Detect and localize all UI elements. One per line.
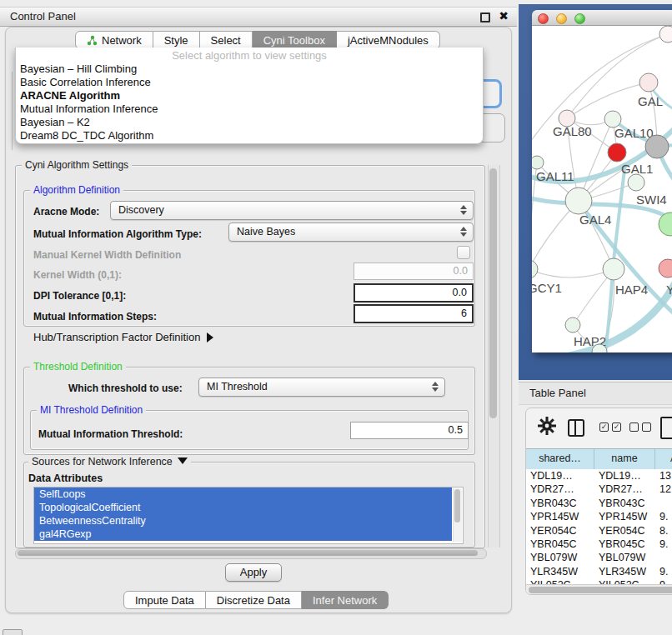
data-attributes-list[interactable]: SelfLoops TopologicalCoefficient Between…: [33, 487, 464, 544]
float-window-icon[interactable]: [480, 12, 490, 22]
zoom-traffic-light-icon[interactable]: [574, 13, 585, 24]
tab-network[interactable]: Network: [75, 31, 153, 49]
mi-threshold-input[interactable]: 0.5: [350, 422, 469, 439]
table-cell[interactable]: 12: [655, 482, 672, 496]
network-node-gal11[interactable]: [532, 156, 544, 169]
table-cell[interactable]: YER054C: [526, 524, 594, 538]
deselect-all-checkboxes-icon[interactable]: [629, 422, 651, 432]
algorithm-option[interactable]: Mutual Information Inference: [16, 102, 483, 116]
network-node-y[interactable]: [659, 259, 672, 278]
network-node-gal[interactable]: [639, 73, 658, 92]
network-edge[interactable]: [532, 269, 614, 278]
attribute-item-selected[interactable]: TopologicalCoefficient: [34, 501, 452, 514]
close-icon[interactable]: ✖: [499, 9, 509, 22]
network-node-hap2[interactable]: [565, 318, 580, 332]
v-scroll-thumb[interactable]: [489, 168, 497, 418]
attributes-scrollbar[interactable]: [453, 488, 462, 542]
algorithm-option[interactable]: Bayesian – Hill Climbing: [16, 62, 483, 76]
apply-button[interactable]: Apply: [225, 563, 282, 582]
table-cell[interactable]: YBR043C: [594, 497, 655, 510]
table-row[interactable]: YDR27…YDR27…12: [526, 482, 672, 496]
network-node-gcy1[interactable]: [532, 260, 538, 278]
tab-discretize-data[interactable]: Discretize Data: [206, 591, 302, 609]
table-row[interactable]: YPR145WYPR145W9.: [526, 510, 672, 523]
network-node-gal10[interactable]: [604, 111, 621, 128]
column-header-name[interactable]: name: [594, 449, 655, 469]
tab-select[interactable]: Select: [200, 31, 253, 49]
table-cell[interactable]: YPR145W: [526, 510, 594, 523]
columns-icon[interactable]: [568, 419, 584, 437]
table-horizontal-scrollbar[interactable]: [526, 584, 672, 595]
gear-icon[interactable]: [538, 417, 556, 435]
tab-infer-network[interactable]: Infer Network: [302, 591, 389, 609]
network-node-swi4[interactable]: [628, 174, 644, 191]
column-header-partial[interactable]: A: [655, 449, 672, 469]
h-scroll-thumb[interactable]: [18, 550, 478, 556]
mi-type-select[interactable]: Naive Bayes: [228, 222, 474, 242]
dpi-tolerance-input[interactable]: 0.0: [354, 283, 474, 302]
select-all-checkboxes-icon[interactable]: ✓✓: [599, 422, 621, 432]
mi-steps-input[interactable]: 6: [354, 304, 474, 323]
table-cell[interactable]: YBL079W: [526, 551, 594, 564]
tab-cyni-toolbox[interactable]: Cyni Toolbox: [253, 31, 337, 49]
settings-horizontal-scrollbar[interactable]: [15, 548, 487, 559]
table-cell[interactable]: YBR045C: [526, 538, 594, 551]
table-row[interactable]: YER054CYER054C8.: [526, 524, 672, 538]
table-cell[interactable]: YBR043C: [526, 497, 594, 510]
table-cell[interactable]: 8.: [655, 524, 672, 538]
attribute-item-selected[interactable]: SelfLoops: [34, 488, 452, 501]
table-cell[interactable]: 13: [655, 469, 672, 482]
manual-kernel-checkbox[interactable]: [457, 246, 470, 259]
table-cell[interactable]: 9.: [655, 538, 672, 551]
table-cell[interactable]: 9.: [655, 510, 672, 523]
aracne-mode-select[interactable]: Discovery: [110, 201, 474, 220]
table-cell[interactable]: YDR27…: [594, 482, 655, 496]
table-cell[interactable]: YLR345W: [526, 565, 594, 578]
network-node-gal1[interactable]: [608, 143, 626, 162]
table-row[interactable]: YBR045CYBR045C9.: [526, 538, 672, 551]
table-row[interactable]: YDL19…YDL19…13: [526, 469, 672, 482]
algorithm-option[interactable]: Bayesian – K2: [16, 116, 483, 129]
algorithm-option[interactable]: Basic Correlation Inference: [16, 76, 483, 89]
algorithm-option[interactable]: Dream8 DC_TDC Algorithm: [16, 129, 483, 142]
close-traffic-light-icon[interactable]: [538, 13, 549, 24]
table-row[interactable]: YBR043CYBR043C: [526, 497, 672, 510]
table-cell[interactable]: [655, 497, 672, 510]
table-cell[interactable]: YDL19…: [594, 469, 655, 482]
table-cell[interactable]: YBR045C: [594, 538, 655, 551]
table-cell[interactable]: YER054C: [594, 524, 655, 538]
table-cell[interactable]: YDR27…: [526, 482, 594, 496]
sources-group-title[interactable]: Sources for Network Inference: [28, 456, 191, 468]
new-table-icon[interactable]: [660, 417, 672, 439]
table-h-scroll-thumb[interactable]: [529, 587, 672, 593]
network-view-canvas[interactable]: GALGAL80GAL10GAL1GAL11SWI4GAL4GCY1HAP4YH…: [532, 26, 672, 352]
column-header-shared-name[interactable]: shared…: [526, 449, 594, 469]
table-cell[interactable]: YBL079W: [594, 551, 655, 564]
table-row[interactable]: YLR345WYLR345W9.: [526, 565, 672, 578]
table-cell[interactable]: YPR145W: [594, 510, 655, 523]
table-cell[interactable]: YLR345W: [594, 565, 655, 578]
network-node[interactable]: [659, 212, 672, 236]
kernel-width-input[interactable]: 0.0: [354, 262, 474, 280]
which-threshold-select[interactable]: MI Threshold: [198, 378, 445, 397]
network-node-gal4[interactable]: [565, 188, 592, 214]
tab-impute-data[interactable]: Impute Data: [123, 591, 206, 609]
tab-jactivemnodules[interactable]: jActiveMNodules: [337, 31, 440, 49]
network-node[interactable]: [659, 26, 672, 42]
network-tab-icon: [87, 35, 98, 46]
hub-definition-toggle[interactable]: Hub/Transcription Factor Definition: [33, 331, 213, 343]
table-cell[interactable]: [655, 551, 672, 564]
minimized-panel-icon[interactable]: [3, 629, 23, 635]
tab-style[interactable]: Style: [153, 31, 200, 49]
minimize-traffic-light-icon[interactable]: [556, 13, 567, 24]
table-cell[interactable]: 9.: [655, 565, 672, 578]
network-node-hap4[interactable]: [603, 258, 624, 280]
attribute-item-selected[interactable]: BetweennessCentrality: [34, 514, 452, 528]
table-row[interactable]: YBL079WYBL079W: [526, 551, 672, 564]
network-window-titlebar[interactable]: [532, 10, 672, 26]
attribute-item-selected[interactable]: gal4RGexp: [34, 528, 452, 541]
settings-vertical-scrollbar[interactable]: [488, 165, 500, 548]
network-node[interactable]: [645, 135, 669, 158]
algorithm-option-selected[interactable]: ARACNE Algorithm: [16, 89, 483, 102]
table-cell[interactable]: YDL19…: [526, 469, 594, 482]
